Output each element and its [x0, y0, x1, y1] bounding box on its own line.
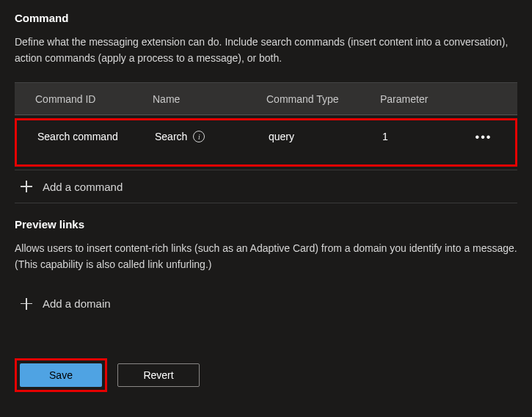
save-button[interactable]: Save	[20, 363, 102, 387]
cell-command-type: query	[269, 131, 382, 142]
table-row[interactable]: Search command Search i query 1 •••	[17, 120, 515, 164]
plus-icon	[21, 181, 32, 192]
command-row-highlighted: Search command Search i query 1 •••	[15, 118, 517, 167]
col-command-type: Command Type	[266, 93, 380, 105]
cell-parameter: 1	[382, 131, 463, 142]
command-description: Define what the messaging extension can …	[15, 35, 517, 66]
cell-name-text: Search	[155, 131, 187, 142]
command-heading: Command	[15, 12, 517, 24]
col-parameter: Parameter	[380, 93, 461, 105]
add-domain-label: Add a domain	[43, 297, 111, 310]
col-name: Name	[153, 93, 266, 105]
command-table: Command ID Name Command Type Parameter S…	[15, 82, 517, 203]
preview-heading: Preview links	[15, 218, 517, 231]
save-button-highlight: Save	[15, 358, 107, 392]
more-icon[interactable]: •••	[463, 131, 504, 144]
command-table-header: Command ID Name Command Type Parameter	[15, 83, 517, 115]
info-icon[interactable]: i	[193, 131, 205, 142]
revert-button[interactable]: Revert	[117, 363, 200, 387]
plus-icon	[21, 298, 32, 310]
add-domain-button[interactable]: Add a domain	[15, 289, 517, 319]
col-command-id: Command ID	[35, 93, 153, 105]
preview-description: Allows users to insert content-rich link…	[15, 241, 517, 272]
add-command-button[interactable]: Add a command	[15, 170, 517, 203]
cell-command-id: Search command	[37, 131, 155, 142]
button-bar: Save Revert	[15, 358, 517, 392]
add-command-label: Add a command	[43, 181, 123, 193]
cell-name: Search i	[155, 131, 269, 142]
